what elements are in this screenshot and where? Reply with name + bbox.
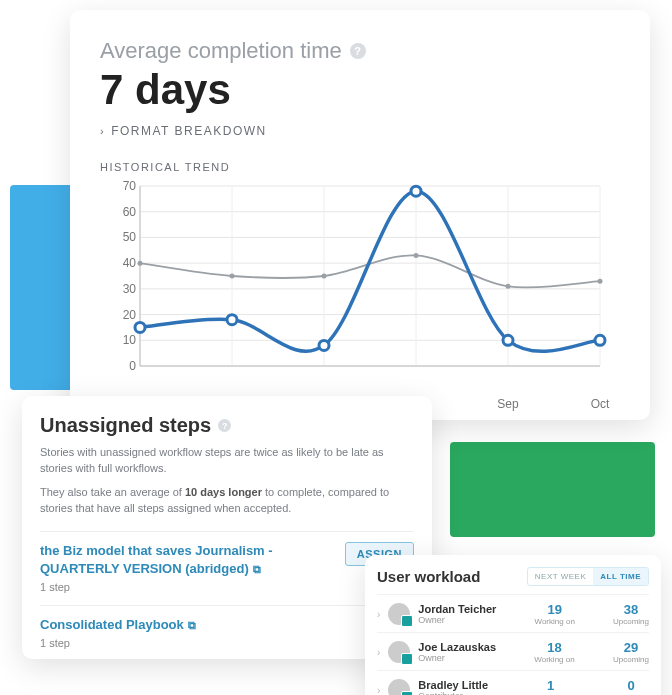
user-role: Contributor [418, 691, 488, 695]
completion-time-point[interactable] [319, 340, 329, 350]
user-row[interactable]: ›Jordan TeicherOwner19Working on38Upcomi… [377, 594, 649, 632]
time-range-tabs: NEXT WEEK ALL TIME [527, 567, 649, 586]
historical-trend-label: HISTORICAL TREND [100, 161, 620, 173]
chevron-right-icon: › [100, 125, 105, 137]
chevron-right-icon: › [377, 609, 380, 620]
working-on-count: 1 [530, 678, 570, 693]
upcoming-count: 0 [613, 678, 649, 693]
avatar [388, 679, 410, 695]
avatar [388, 603, 410, 625]
baseline-point [322, 274, 327, 279]
unassigned-item: Consolidated Playbook⧉1 step [40, 605, 414, 649]
y-tick: 30 [123, 282, 136, 296]
y-tick: 70 [123, 179, 136, 193]
working-on-count: 19 [535, 602, 575, 617]
story-link[interactable]: Consolidated Playbook⧉ [40, 616, 196, 634]
user-workload-card: User workload NEXT WEEK ALL TIME ›Jordan… [365, 555, 661, 695]
y-tick: 10 [123, 333, 136, 347]
working-on-label: Working on [534, 655, 574, 664]
user-name: Bradley Little [418, 679, 488, 691]
y-tick: 20 [123, 308, 136, 322]
baseline-point [506, 284, 511, 289]
unassigned-desc-1: Stories with unassigned workflow steps a… [40, 445, 414, 477]
baseline-point [138, 261, 143, 266]
user-row[interactable]: ›Bradley LittleContributor1Working on0Up… [377, 670, 649, 695]
external-link-icon: ⧉ [188, 619, 196, 631]
completion-time-card: Average completion time ? 7 days › FORMA… [70, 10, 650, 420]
y-tick: 0 [129, 359, 136, 373]
baseline-point [598, 279, 603, 284]
completion-time-line [140, 191, 600, 351]
user-name: Joe Lazauskas [418, 641, 496, 653]
external-link-icon: ⧉ [253, 563, 261, 575]
workload-title: User workload [377, 568, 480, 585]
decorative-green-block [450, 442, 655, 537]
completion-time-point[interactable] [135, 322, 145, 332]
breakdown-label: FORMAT BREAKDOWN [111, 124, 267, 138]
historical-trend-chart: 010203040506070MayJunJulAugSepOct [110, 181, 610, 391]
upcoming-count: 38 [613, 602, 649, 617]
tab-next-week[interactable]: NEXT WEEK [528, 568, 593, 585]
tab-all-time[interactable]: ALL TIME [593, 568, 648, 585]
completion-time-point[interactable] [227, 315, 237, 325]
unassigned-item: the Biz model that saves Journalism - QU… [40, 531, 414, 593]
step-count: 1 step [40, 581, 335, 593]
y-tick: 40 [123, 256, 136, 270]
upcoming-count: 29 [613, 640, 649, 655]
chevron-right-icon: › [377, 647, 380, 658]
x-tick: Oct [591, 397, 610, 411]
upcoming-label: Upcoming [613, 655, 649, 664]
user-role: Owner [418, 653, 496, 663]
baseline-point [230, 274, 235, 279]
completion-time-point[interactable] [503, 335, 513, 345]
working-on-label: Working on [535, 617, 575, 626]
y-tick: 60 [123, 205, 136, 219]
working-on-count: 18 [534, 640, 574, 655]
upcoming-label: Upcoming [613, 617, 649, 626]
completion-time-point[interactable] [411, 186, 421, 196]
format-breakdown-toggle[interactable]: › FORMAT BREAKDOWN [100, 124, 267, 138]
card-title: Average completion time [100, 38, 342, 64]
user-role: Owner [418, 615, 496, 625]
avatar [388, 641, 410, 663]
user-name: Jordan Teicher [418, 603, 496, 615]
story-link[interactable]: the Biz model that saves Journalism - QU… [40, 542, 335, 578]
y-tick: 50 [123, 230, 136, 244]
unassigned-desc-2: They also take an average of 10 days lon… [40, 485, 414, 517]
user-row[interactable]: ›Joe LazauskasOwner18Working on29Upcomin… [377, 632, 649, 670]
baseline-point [414, 253, 419, 258]
unassigned-title: Unassigned steps [40, 414, 211, 437]
help-icon[interactable]: ? [218, 419, 231, 432]
help-icon[interactable]: ? [350, 43, 366, 59]
x-tick: Sep [497, 397, 518, 411]
chart-svg [110, 181, 610, 391]
step-count: 1 step [40, 637, 196, 649]
completion-time-point[interactable] [595, 335, 605, 345]
completion-time-value: 7 days [100, 66, 620, 114]
chevron-right-icon: › [377, 685, 380, 696]
